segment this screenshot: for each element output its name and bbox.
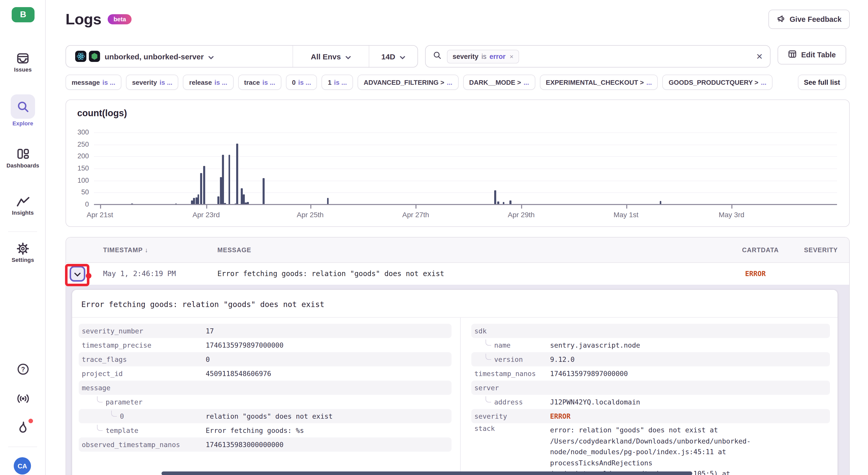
help-icon: ? (0, 363, 46, 376)
chip-suffix: ... (524, 78, 529, 86)
chart-plot: 050100150200250300Apr 21stApr 23rdApr 25… (66, 100, 849, 226)
onboarding-button[interactable] (0, 421, 46, 434)
see-full-list-button[interactable]: See full list (798, 75, 846, 90)
y-axis-tick-label: 0 (68, 200, 89, 208)
cell-message: Error fetching goods: relation "goods" d… (217, 263, 444, 285)
quick-filter-chip[interactable]: ADVANCED_FILTERING >... (358, 75, 458, 90)
detail-row: stackerror: relation "goods" does not ex… (471, 423, 830, 475)
x-axis-tick (416, 205, 417, 209)
quick-filter-chip[interactable]: messageis ... (65, 75, 121, 90)
detail-row: version9.12.0 (471, 352, 830, 366)
search-clear-icon[interactable]: ✕ (756, 52, 763, 61)
notification-dot (28, 419, 33, 423)
column-header-cartdata[interactable]: CARTDATA (742, 238, 779, 263)
detail-column-right: sdknamesentry.javascript.nodeversion9.12… (471, 324, 830, 475)
attribute-value: 1746135979897000000 (206, 341, 283, 349)
detail-attributes: severity_number17timestamp_precise174613… (72, 318, 838, 475)
sidebar-item-issues[interactable]: Issues (0, 52, 46, 73)
attribute-key: trace_flags (79, 355, 206, 363)
attribute-key: parameter (79, 398, 206, 406)
horizontal-scrollbar-thumb[interactable] (161, 471, 692, 475)
sidebar-divider (8, 231, 37, 232)
quick-filter-chip[interactable]: DARK__MODE >... (463, 75, 535, 90)
search-input[interactable]: severity is error × ✕ (425, 45, 771, 67)
quick-filter-chips: messageis ...severityis ...releaseis ...… (65, 75, 773, 90)
attribute-value: sentry.javascript.node (550, 341, 640, 349)
search-icon (433, 51, 442, 62)
main-content: Logs beta Give Feedback (46, 0, 868, 475)
sidebar-item-insights[interactable]: Insights (0, 195, 46, 216)
quick-filter-chip[interactable]: 1is ... (322, 75, 353, 90)
fire-icon (0, 421, 46, 434)
chip-suffix: is ... (214, 78, 227, 86)
chip-key: release (189, 78, 212, 86)
chip-suffix: ... (761, 78, 767, 86)
x-axis-tick-label: Apr 21st (69, 211, 130, 219)
detail-row: severity_number17 (79, 324, 452, 338)
annotation-highlight-box (65, 264, 89, 286)
x-axis-tick-label: May 1st (595, 211, 656, 219)
give-feedback-button[interactable]: Give Feedback (768, 10, 850, 29)
chart-bar (327, 198, 329, 205)
chip-key: message (72, 78, 100, 86)
page-header: Logs beta Give Feedback (65, 8, 850, 30)
attribute-value: Error fetching goods: %s (206, 427, 304, 434)
table-row[interactable]: May 1, 2:46:19 PM Error fetching goods: … (66, 263, 849, 285)
sidebar-item-settings[interactable]: Settings (0, 242, 46, 263)
chip-suffix: ... (447, 78, 453, 86)
x-axis-line (94, 204, 837, 205)
help-button[interactable]: ? (0, 363, 46, 376)
date-range-selector[interactable]: 14D (369, 46, 417, 67)
quick-filter-chip[interactable]: 0is ... (286, 75, 317, 90)
tree-connector-icon (486, 354, 491, 360)
column-header-severity[interactable]: SEVERITY (804, 238, 838, 263)
search-token-severity[interactable]: severity is error × (447, 49, 519, 63)
environment-selector[interactable]: All Envs (293, 46, 369, 67)
x-axis-tick (100, 205, 101, 209)
sidebar-divider (8, 447, 37, 447)
detail-title: Error fetching goods: relation "goods" d… (72, 290, 838, 317)
chart-bar (236, 144, 238, 205)
column-header-message[interactable]: MESSAGE (217, 238, 251, 263)
attribute-key: message (79, 384, 206, 392)
chart-bar (193, 198, 195, 205)
svg-text:?: ? (21, 366, 25, 373)
attribute-value: J12PWN42YQ.localdomain (550, 398, 640, 406)
logs-table: TIMESTAMP ↓ MESSAGE CARTDATA SEVERITY Ma… (65, 237, 850, 475)
detail-row: 0relation "goods" does not exist (79, 409, 452, 423)
column-header-timestamp[interactable]: TIMESTAMP ↓ (103, 238, 148, 263)
chart-bar (203, 166, 205, 205)
sidebar-item-dashboards[interactable]: Dashboards (0, 148, 46, 168)
x-axis-tick (732, 205, 733, 209)
quick-filter-chip[interactable]: GOODS_PRODUCTQUERY >... (662, 75, 773, 90)
token-remove-icon[interactable]: × (510, 53, 514, 60)
attribute-key: timestamp_nanos (471, 370, 550, 377)
org-logo[interactable]: B (12, 7, 34, 22)
detail-row: templateError fetching goods: %s (79, 423, 452, 437)
quick-filter-chip[interactable]: EXPERIMENTAL_CHECKOUT >... (540, 75, 658, 90)
sidebar: B Issues Explore Dashboar (0, 0, 46, 475)
detail-row: parameter (79, 395, 452, 409)
project-selector[interactable]: unborked, unborked-server (66, 46, 292, 67)
attribute-key: severity (471, 412, 550, 420)
user-avatar[interactable]: CA (14, 457, 31, 474)
broadcast-icon (0, 392, 46, 405)
attribute-key: 0 (79, 412, 206, 420)
sidebar-item-label: Settings (0, 257, 46, 263)
x-axis-tick-label: May 3rd (701, 211, 762, 219)
y-axis-tick-label: 50 (68, 189, 89, 196)
x-axis-tick-label: Apr 29th (491, 211, 552, 219)
sidebar-item-explore[interactable]: Explore (0, 94, 46, 126)
edit-table-button[interactable]: Edit Table (778, 45, 846, 64)
x-axis-tick (206, 205, 207, 209)
y-axis-tick-label: 200 (68, 152, 89, 160)
detail-row: timestamp_nanos1746135979897000000 (471, 366, 830, 381)
attribute-value: error: relation "goods" does not exist a… (550, 425, 753, 475)
quick-filter-chip[interactable]: releaseis ... (183, 75, 234, 90)
quick-filter-chip[interactable]: traceis ... (238, 75, 281, 90)
attribute-key: severity_number (79, 327, 206, 335)
whats-new-button[interactable] (0, 392, 46, 405)
chip-key: 0 (292, 78, 296, 86)
page-filters: unborked, unborked-server All Envs 14D (65, 45, 418, 67)
quick-filter-chip[interactable]: severityis ... (126, 75, 179, 90)
